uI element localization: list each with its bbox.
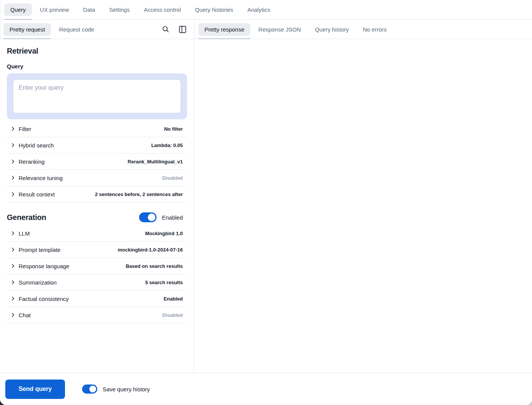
chevron-right-icon — [11, 231, 15, 236]
setting-row-relevance-tuning[interactable]: Relevance tuning Disabled — [7, 170, 187, 186]
tab-pretty-response-label: Pretty response — [198, 23, 250, 36]
setting-value: 5 search results — [145, 280, 183, 285]
generation-section-title: Generation — [7, 213, 46, 222]
tab-analytics[interactable]: Analytics — [247, 0, 270, 19]
setting-value: Disabled — [162, 312, 183, 318]
tab-access-control-label: Access control — [138, 3, 187, 16]
setting-row-hybrid-search[interactable]: Hybrid search Lambda: 0.05 — [7, 137, 187, 153]
main-content: Retrieval Query Filter No filter Hybrid … — [0, 39, 532, 373]
chevron-right-icon — [11, 192, 15, 196]
setting-value: Rerank_Multilingual_v1 — [128, 159, 183, 165]
tab-pretty-request[interactable]: Pretty request — [10, 20, 45, 39]
chevron-right-icon — [11, 159, 15, 164]
request-panel: Retrieval Query Filter No filter Hybrid … — [0, 39, 194, 373]
generation-toggle[interactable] — [139, 212, 157, 222]
setting-row-summarization[interactable]: Summarization 5 search results — [7, 274, 187, 291]
tab-request-code-label: Request code — [53, 23, 100, 36]
query-console-page: Query UX preview Data Settings Access co… — [0, 0, 532, 405]
chevron-right-icon — [11, 127, 15, 131]
tab-no-errors-label: No errors — [357, 23, 393, 36]
setting-row-prompt-template[interactable]: Prompt template mockingbird-1.0-2024-07-… — [7, 242, 187, 258]
setting-row-response-language[interactable]: Response language Based on search result… — [7, 258, 187, 274]
retrieval-settings-list: Filter No filter Hybrid search Lambda: 0… — [7, 121, 187, 202]
chevron-right-icon — [11, 264, 15, 268]
save-history-toggle[interactable] — [82, 384, 97, 394]
panel-toolbars: Pretty request Request code Pret — [0, 20, 532, 39]
tab-request-code[interactable]: Request code — [59, 20, 94, 39]
chevron-right-icon — [11, 247, 15, 252]
top-nav: Query UX preview Data Settings Access co… — [0, 0, 532, 20]
setting-value: Based on search results — [126, 263, 183, 269]
search-icon[interactable] — [162, 25, 170, 33]
tab-data-label: Data — [77, 3, 101, 16]
generation-toggle-state: Enabled — [162, 214, 183, 221]
setting-row-llm[interactable]: LLM Mockingbird 1.0 — [7, 225, 187, 242]
setting-row-factual-consistency[interactable]: Factual consistency Enabled — [7, 291, 187, 307]
setting-label: LLM — [19, 230, 30, 237]
tab-access-control[interactable]: Access control — [144, 0, 181, 19]
setting-label: Relevance tuning — [19, 175, 63, 181]
chevron-right-icon — [11, 143, 15, 147]
tab-query-history[interactable]: Query history — [315, 20, 349, 39]
save-history-label: Save query history — [103, 386, 150, 392]
query-input[interactable] — [13, 79, 181, 113]
setting-value: mockingbird-1.0-2024-07-16 — [118, 247, 183, 253]
request-toolbar: Pretty request Request code — [0, 20, 195, 39]
setting-value: 2 sentences before, 2 sentences after — [95, 191, 183, 197]
tab-response-json-label: Response JSON — [252, 23, 307, 36]
response-toolbar: Pretty response Response JSON Query hist… — [195, 20, 532, 39]
split-panel-icon[interactable] — [178, 25, 187, 33]
setting-label: Result context — [19, 191, 55, 198]
setting-value: Enabled — [163, 296, 183, 302]
tab-no-errors[interactable]: No errors — [363, 20, 387, 39]
tab-query-histories[interactable]: Query histories — [195, 0, 233, 19]
generation-settings-list: LLM Mockingbird 1.0 Prompt template mock… — [7, 225, 187, 323]
setting-row-chat[interactable]: Chat Disabled — [7, 307, 187, 323]
setting-value: Lambda: 0.05 — [151, 142, 183, 148]
setting-value: Disabled — [162, 175, 183, 181]
tab-ux-preview[interactable]: UX preview — [40, 0, 69, 19]
chevron-right-icon — [11, 313, 15, 317]
setting-label: Chat — [19, 312, 31, 318]
tab-data[interactable]: Data — [83, 0, 95, 19]
tab-pretty-request-label: Pretty request — [3, 23, 51, 36]
footer-bar: Send query Save query history — [0, 373, 532, 405]
tab-response-json[interactable]: Response JSON — [258, 20, 301, 39]
setting-label: Filter — [19, 126, 31, 132]
setting-label: Response language — [19, 263, 69, 269]
chevron-right-icon — [11, 296, 15, 301]
query-field-label: Query — [7, 63, 187, 70]
save-history-control: Save query history — [82, 384, 150, 394]
setting-label: Hybrid search — [19, 142, 54, 149]
retrieval-section-title: Retrieval — [7, 47, 187, 55]
response-panel — [194, 39, 532, 373]
setting-label: Prompt template — [19, 247, 60, 253]
setting-label: Reranking — [19, 158, 44, 165]
setting-label: Factual consistency — [19, 296, 69, 302]
tab-query[interactable]: Query — [10, 0, 26, 19]
setting-value: Mockingbird 1.0 — [145, 231, 183, 236]
send-query-button[interactable]: Send query — [5, 380, 65, 399]
tab-analytics-label: Analytics — [241, 3, 276, 16]
setting-row-reranking[interactable]: Reranking Rerank_Multilingual_v1 — [7, 153, 187, 170]
tab-query-label: Query — [4, 3, 32, 16]
generation-section-header: Generation Enabled — [7, 212, 187, 222]
tab-pretty-response[interactable]: Pretty response — [204, 20, 244, 39]
setting-row-filter[interactable]: Filter No filter — [7, 121, 187, 137]
setting-label: Summarization — [19, 279, 57, 286]
chevron-right-icon — [11, 176, 15, 180]
chevron-right-icon — [11, 280, 15, 285]
query-input-container — [7, 73, 187, 119]
tab-query-histories-label: Query histories — [189, 3, 239, 16]
tab-ux-preview-label: UX preview — [34, 3, 75, 16]
setting-value: No filter — [164, 126, 183, 132]
tab-settings[interactable]: Settings — [109, 0, 130, 19]
request-toolbar-icons — [162, 25, 194, 33]
tab-settings-label: Settings — [103, 3, 136, 16]
setting-row-result-context[interactable]: Result context 2 sentences before, 2 sen… — [7, 186, 187, 202]
tab-query-history-label: Query history — [309, 23, 355, 36]
